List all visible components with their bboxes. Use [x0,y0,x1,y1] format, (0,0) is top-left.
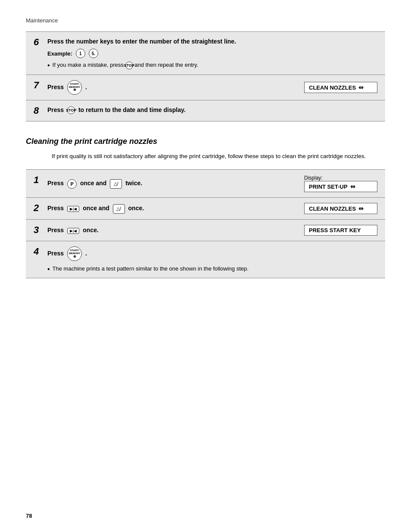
bullet-dot: • [47,62,50,69]
step-7-content: Press START/ MEMORY ⊕ . CLEAN NOZZL [47,80,377,95]
step-2-arrow: ⇔ [358,205,364,212]
step-8-box: 8 Press STOP to return to the date and t… [26,100,385,121]
step-1-twice: twice. [125,180,142,187]
step-8-number: 8 [34,106,43,116]
step-7-left: Press START/ MEMORY ⊕ . [47,80,301,95]
step-6-box: 6 Press the number keys to enter the num… [26,31,385,75]
section-heading: Cleaning the print cartridge nozzles [26,137,385,146]
step-1-press: Press [47,180,64,187]
step-7-display-text: CLEAN NOZZLES [309,84,356,91]
step-3-left: Press ▶|◀ once. [47,226,301,235]
step-3-content: Press ▶|◀ once. PRESS START KEY [47,225,377,236]
step-2-display: CLEAN NOZZLES ⇔ [304,203,377,214]
step-7-row: Press START/ MEMORY ⊕ . CLEAN NOZZL [47,80,377,95]
step-3-number: 3 [34,225,43,235]
example-label: Example: [47,50,72,57]
step-1-number: 1 [34,175,43,185]
stop-key-8: STOP [67,106,75,114]
step-7-number: 7 [34,80,43,90]
step-3-display-text: PRESS START KEY [309,227,361,233]
step-1-display-box: PRINT SET-UP ⇔ [304,181,377,192]
bottom-steps-container: 1 Press P once and △/ twice. Display: PR… [26,169,385,278]
step-3-box: 3 Press ▶|◀ once. PRESS START KEY [26,220,385,241]
step-4-number: 4 [34,246,43,257]
step-7-display-box: CLEAN NOZZLES ⇔ [304,82,377,93]
step-6-bullet: • If you make a mistake, press STOP and … [47,62,377,69]
step-8-content: Press STOP to return to the date and tim… [47,106,377,115]
step-6-content: Press the number keys to enter the numbe… [47,37,377,69]
nav-key-3: ▶|◀ [67,228,79,234]
step-1-display: Display: PRINT SET-UP ⇔ [304,175,377,192]
step-3-press: Press [47,227,64,233]
step-2-display-box: CLEAN NOZZLES ⇔ [304,203,377,214]
step-2-once-end: once. [128,205,144,212]
start-memory-key-7: START/ MEMORY ⊕ [67,80,82,95]
step-7-box: 7 Press START/ MEMORY ⊕ . [26,75,385,100]
step-1-row: Press P once and △/ twice. Display: PRIN… [47,175,377,192]
top-steps-container: 6 Press the number keys to enter the num… [26,31,385,121]
step-7-display: CLEAN NOZZLES ⇔ [304,82,377,93]
tri-key-2: △/ [113,204,125,214]
section-label: Maintenance [26,17,385,24]
section-intro: If print quality is still not satisfacto… [26,152,385,161]
bullet-dot-4: • [47,266,50,273]
step-2-press: Press [47,205,64,212]
tri-key-1: △/ [110,179,122,189]
step-4-instruction: Press START/ MEMORY ⊕ . [47,246,377,261]
step-2-content: Press ▶|◀ once and △/ once. CLEAN NOZZLE… [47,203,377,214]
step-4-bullet: • The machine prints a test pattern simi… [47,265,377,273]
step-2-row: Press ▶|◀ once and △/ once. CLEAN NOZZLE… [47,203,377,214]
step-6-example: Example: 1 5. [47,49,377,58]
step-6-bullet-text: If you make a mistake, press STOP and th… [53,62,199,69]
step-4-content: Press START/ MEMORY ⊕ . • The machine pr… [47,246,377,273]
display-label-1: Display: [304,175,377,181]
step-1-left: Press P once and △/ twice. [47,179,301,188]
page-number: 78 [26,513,32,519]
step-7-period: . [85,84,87,90]
step-1-arrow: ⇔ [350,183,355,190]
step-2-left: Press ▶|◀ once and △/ once. [47,204,301,213]
step-6-number: 6 [34,37,43,47]
step-1-box: 1 Press P once and △/ twice. Display: PR… [26,169,385,198]
step-2-box: 2 Press ▶|◀ once and △/ once. CLEAN NOZZ… [26,198,385,220]
step-4-bullet-text: The machine prints a test pattern simila… [53,265,249,272]
step-4-box: 4 Press START/ MEMORY ⊕ . • The mach [26,241,385,278]
start-memory-key-4: START/ MEMORY ⊕ [67,246,82,261]
step-7-arrow: ⇔ [358,84,364,91]
step-8-instruction: Press STOP to return to the date and tim… [47,106,377,115]
key-1: 1 [76,49,85,58]
stop-key-inline: STOP [125,62,133,69]
step-6-instruction: Press the number keys to enter the numbe… [47,37,377,46]
page: Maintenance 6 Press the number keys to e… [0,0,411,532]
step-1-content: Press P once and △/ twice. Display: PRIN… [47,175,377,192]
step-3-once: once. [83,227,99,233]
step-1-display-text: PRINT SET-UP [309,184,348,190]
step-2-number: 2 [34,203,43,213]
nav-key-2: ▶|◀ [67,206,79,212]
step-3-display: PRESS START KEY [304,225,377,236]
step-2-display-text: CLEAN NOZZLES [309,205,356,212]
p-key-1: P [67,179,77,189]
step-3-row: Press ▶|◀ once. PRESS START KEY [47,225,377,236]
step-7-press: Press [47,84,64,90]
key-5: 5. [89,49,98,58]
step-1-once: once and [80,180,106,187]
step-3-display-box: PRESS START KEY [304,225,377,236]
step-2-once: once and [83,205,109,212]
